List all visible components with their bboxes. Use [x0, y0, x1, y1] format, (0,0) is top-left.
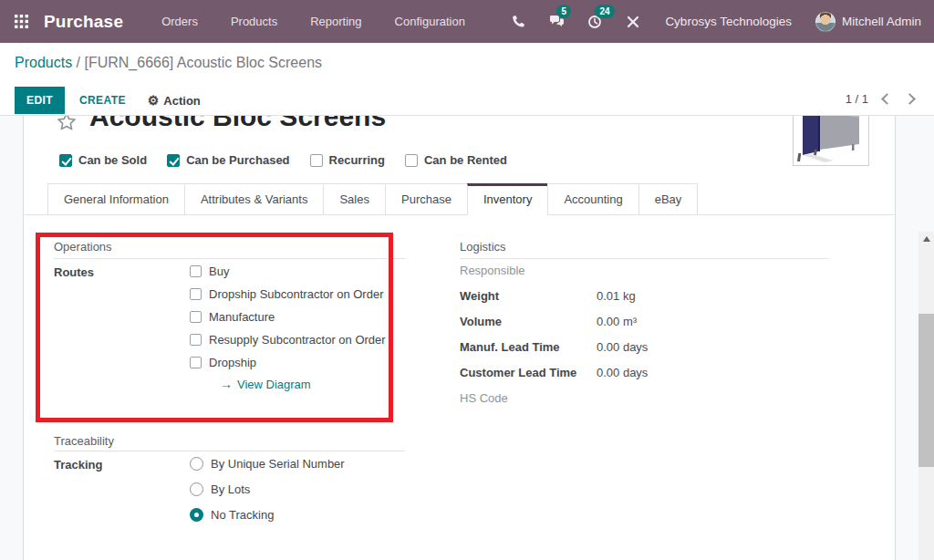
tab-general-information[interactable]: General Information: [47, 183, 185, 215]
menu-products[interactable]: Products: [214, 1, 294, 42]
weight-value: 0.01 kg: [597, 289, 636, 303]
customer-lead-time-value: 0.00 days: [597, 366, 648, 379]
traceability-heading: Traceability: [54, 434, 114, 448]
gear-icon: ⚙: [148, 94, 160, 107]
volume-value: 0.00 m³: [597, 315, 637, 328]
view-diagram-link[interactable]: → View Diagram: [220, 377, 311, 391]
product-image[interactable]: [793, 116, 869, 166]
breadcrumb-current: [FURN_6666] Acoustic Bloc Screens: [84, 55, 322, 70]
product-title: Acoustic Bloc Screens: [89, 116, 386, 132]
apps-grid-icon[interactable]: [11, 12, 31, 32]
activity-badge: 24: [595, 5, 614, 18]
tab-accounting[interactable]: Accounting: [547, 183, 638, 215]
recurring-checkbox[interactable]: [310, 154, 323, 167]
menu-orders[interactable]: Orders: [145, 1, 214, 42]
can-be-sold-label: Can be Sold: [78, 153, 147, 167]
logistics-row-customer-lead-time: Customer Lead Time 0.00 days: [460, 366, 648, 391]
tracking-lots-option: By Lots: [190, 482, 345, 496]
app-brand-title[interactable]: Purchase: [44, 12, 123, 32]
route-resupply-subcontractor-checkbox[interactable]: [190, 334, 202, 346]
scrollbar-thumb[interactable]: [918, 314, 934, 467]
logistics-row-hs-code: HS Code: [460, 391, 648, 417]
tracking-radio-group: By Unique Serial Number By Lots No Track…: [190, 457, 345, 522]
create-button[interactable]: CREATE: [79, 94, 126, 107]
action-button[interactable]: ⚙ Action: [148, 94, 201, 108]
breadcrumb: Products / [FURN_6666] Acoustic Bloc Scr…: [15, 55, 322, 71]
chevron-left-icon[interactable]: [881, 93, 893, 105]
operations-heading: Operations: [54, 240, 112, 254]
notebook-tabs: General Information Attributes & Variant…: [24, 183, 895, 215]
tracking-lots-radio[interactable]: [190, 482, 203, 496]
route-resupply-subcontractor: Resupply Subcontractor on Order: [190, 333, 386, 347]
breadcrumb-products-link[interactable]: Products: [15, 55, 72, 70]
chat-icon[interactable]: 5: [545, 10, 568, 34]
activity-clock-icon[interactable]: 24: [583, 10, 607, 34]
up-triangle-icon: [923, 236, 930, 242]
control-panel: Products / [FURN_6666] Acoustic Bloc Scr…: [0, 43, 934, 116]
navbar-menu: Orders Products Reporting Configuration: [145, 1, 482, 42]
can-be-sold-checkbox[interactable]: [59, 154, 72, 167]
company-name[interactable]: Cybrosys Technologies: [665, 15, 792, 28]
form-sheet: Acoustic Bloc Screens Can be Sold Can be…: [23, 116, 896, 560]
route-dropship-subcontractor-checkbox[interactable]: [190, 288, 202, 300]
route-dropship-checkbox[interactable]: [190, 357, 202, 368]
logistics-row-responsible: Responsible: [460, 264, 648, 289]
user-avatar[interactable]: [815, 12, 835, 32]
tracking-serial-radio[interactable]: [190, 457, 203, 471]
tab-attributes-variants[interactable]: Attributes & Variants: [184, 183, 325, 215]
can-be-purchased-checkbox[interactable]: [167, 154, 180, 167]
top-navbar: Purchase Orders Products Reporting Confi…: [0, 0, 934, 43]
vertical-scrollbar[interactable]: [918, 232, 934, 560]
route-dropship-label: Dropship: [209, 356, 256, 369]
logistics-divider: [460, 258, 829, 259]
tab-ebay[interactable]: eBay: [638, 183, 699, 215]
tab-inventory[interactable]: Inventory: [467, 183, 548, 215]
menu-reporting[interactable]: Reporting: [294, 1, 378, 42]
tracking-none-radio[interactable]: [190, 508, 203, 522]
route-dropship-subcontractor: Dropship Subcontractor on Order: [190, 287, 386, 301]
routes-checkbox-group: Buy Dropship Subcontractor on Order Manu…: [190, 264, 386, 369]
logistics-rows: Responsible Weight 0.01 kg Volume 0.00 m…: [460, 264, 648, 417]
can-be-purchased-label: Can be Purchased: [186, 153, 289, 167]
recurring-label: Recurring: [329, 153, 385, 167]
favorite-star-icon[interactable]: [55, 116, 78, 138]
flag-can-be-purchased: Can be Purchased: [167, 153, 289, 167]
flag-can-be-rented: Can be Rented: [405, 153, 507, 167]
tracking-serial-option: By Unique Serial Number: [190, 457, 345, 471]
tracking-lots-label: By Lots: [211, 482, 250, 496]
route-buy-checkbox[interactable]: [190, 265, 202, 277]
menu-configuration[interactable]: Configuration: [379, 1, 482, 42]
scrollbar-up-arrow[interactable]: [918, 236, 934, 242]
arrow-right-icon: →: [220, 377, 233, 391]
volume-label: Volume: [460, 315, 597, 328]
route-resupply-subcontractor-label: Resupply Subcontractor on Order: [209, 333, 386, 347]
logistics-row-weight: Weight 0.01 kg: [460, 289, 648, 315]
route-buy-label: Buy: [209, 264, 229, 278]
logistics-heading: Logistics: [460, 240, 506, 254]
chevron-right-icon[interactable]: [904, 93, 916, 105]
routes-label: Routes: [54, 265, 94, 279]
navbar-right-cluster: 5 24 Cybrosys Technologies Mitchell Admi…: [499, 10, 921, 34]
pager-count[interactable]: 1 / 1: [846, 92, 868, 106]
operations-divider: [54, 258, 405, 259]
logistics-row-volume: Volume 0.00 m³: [460, 315, 648, 340]
manuf-lead-time-value: 0.00 days: [597, 340, 648, 354]
route-manufacture: Manufacture: [190, 310, 386, 324]
tracking-serial-label: By Unique Serial Number: [211, 457, 345, 471]
content-area: Acoustic Bloc Screens Can be Sold Can be…: [0, 116, 934, 560]
can-be-rented-checkbox[interactable]: [405, 154, 418, 167]
route-dropship-subcontractor-label: Dropship Subcontractor on Order: [209, 287, 383, 301]
user-name[interactable]: Mitchell Admin: [842, 15, 921, 28]
view-diagram-label: View Diagram: [237, 378, 311, 391]
responsible-label: Responsible: [460, 264, 597, 277]
hs-code-label: HS Code: [460, 391, 597, 405]
edit-button[interactable]: EDIT: [15, 87, 65, 114]
tab-sales[interactable]: Sales: [323, 183, 386, 215]
action-button-label: Action: [163, 94, 200, 108]
route-manufacture-checkbox[interactable]: [190, 311, 202, 323]
phone-icon[interactable]: [506, 10, 530, 34]
customer-lead-time-label: Customer Lead Time: [460, 366, 597, 379]
tools-icon[interactable]: [621, 10, 645, 34]
tab-purchase[interactable]: Purchase: [385, 183, 468, 215]
product-flags: Can be Sold Can be Purchased Recurring C…: [59, 153, 507, 167]
